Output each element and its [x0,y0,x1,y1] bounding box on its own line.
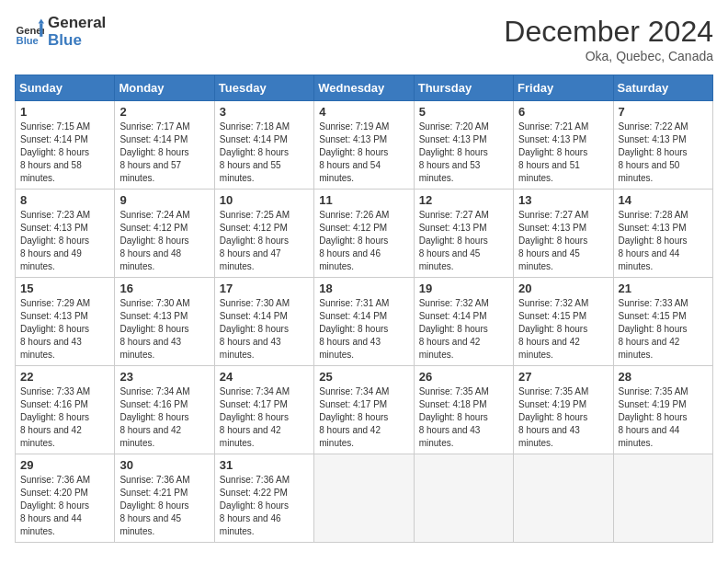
day-info: Sunrise: 7:30 AMSunset: 4:13 PMDaylight:… [119,297,209,362]
day-number: 17 [220,282,309,295]
day-info: Sunrise: 7:34 AMSunset: 4:16 PMDaylight:… [119,385,209,450]
day-info: Sunrise: 7:36 AMSunset: 4:20 PMDaylight:… [20,474,109,538]
day-number: 14 [619,193,708,207]
page-header: General Blue General Blue December 2024 … [15,15,713,63]
day-number: 1 [20,105,109,119]
day-info: Sunrise: 7:22 AMSunset: 4:13 PMDaylight:… [619,121,708,185]
day-info: Sunrise: 7:17 AMSunset: 4:14 PMDaylight:… [119,121,209,185]
day-info: Sunrise: 7:18 AMSunset: 4:14 PMDaylight:… [220,121,309,185]
calendar-week-row: 8Sunrise: 7:23 AMSunset: 4:13 PMDaylight… [16,190,713,278]
calendar-cell: 17Sunrise: 7:30 AMSunset: 4:14 PMDayligh… [214,278,313,366]
calendar-cell: 11Sunrise: 7:26 AMSunset: 4:12 PMDayligh… [314,190,414,278]
day-number: 23 [119,370,209,384]
calendar-week-row: 29Sunrise: 7:36 AMSunset: 4:20 PMDayligh… [16,454,713,543]
day-info: Sunrise: 7:35 AMSunset: 4:18 PMDaylight:… [419,385,508,450]
day-info: Sunrise: 7:36 AMSunset: 4:21 PMDaylight:… [119,474,209,538]
logo: General Blue General Blue [15,15,106,49]
calendar-cell: 20Sunrise: 7:32 AMSunset: 4:15 PMDayligh… [514,278,613,366]
day-info: Sunrise: 7:19 AMSunset: 4:13 PMDaylight:… [319,121,408,185]
calendar-cell [514,454,613,543]
calendar-week-row: 22Sunrise: 7:33 AMSunset: 4:16 PMDayligh… [16,366,713,454]
day-info: Sunrise: 7:30 AMSunset: 4:14 PMDaylight:… [220,297,309,362]
calendar-cell: 12Sunrise: 7:27 AMSunset: 4:13 PMDayligh… [414,190,513,278]
day-number: 3 [220,105,309,119]
calendar-cell: 2Sunrise: 7:17 AMSunset: 4:14 PMDaylight… [115,101,214,190]
month-title: December 2024 [504,15,713,49]
day-info: Sunrise: 7:21 AMSunset: 4:13 PMDaylight:… [518,121,608,185]
calendar-cell: 15Sunrise: 7:29 AMSunset: 4:13 PMDayligh… [16,278,115,366]
calendar-cell: 25Sunrise: 7:34 AMSunset: 4:17 PMDayligh… [314,366,414,454]
day-info: Sunrise: 7:33 AMSunset: 4:16 PMDaylight:… [20,385,109,450]
day-number: 25 [319,370,408,384]
title-section: December 2024 Oka, Quebec, Canada [504,15,713,63]
calendar-cell: 31Sunrise: 7:36 AMSunset: 4:22 PMDayligh… [214,454,313,543]
day-number: 10 [220,193,309,207]
calendar-cell: 13Sunrise: 7:27 AMSunset: 4:13 PMDayligh… [514,190,613,278]
logo-icon: General Blue [15,17,44,47]
calendar-cell: 21Sunrise: 7:33 AMSunset: 4:15 PMDayligh… [613,278,712,366]
calendar-cell: 4Sunrise: 7:19 AMSunset: 4:13 PMDaylight… [314,101,414,190]
day-info: Sunrise: 7:36 AMSunset: 4:22 PMDaylight:… [220,474,309,538]
calendar-day-header: Thursday [414,75,513,101]
day-info: Sunrise: 7:15 AMSunset: 4:14 PMDaylight:… [20,121,109,185]
calendar-table: SundayMondayTuesdayWednesdayThursdayFrid… [15,75,713,543]
day-info: Sunrise: 7:28 AMSunset: 4:13 PMDaylight:… [619,209,708,273]
day-number: 6 [518,105,608,119]
day-number: 19 [419,282,508,295]
day-number: 2 [119,105,209,119]
day-info: Sunrise: 7:31 AMSunset: 4:14 PMDaylight:… [319,297,408,362]
day-info: Sunrise: 7:26 AMSunset: 4:12 PMDaylight:… [319,209,408,273]
day-info: Sunrise: 7:29 AMSunset: 4:13 PMDaylight:… [20,297,109,362]
day-number: 26 [419,370,508,384]
calendar-day-header: Saturday [613,75,712,101]
day-number: 12 [419,193,508,207]
calendar-cell: 16Sunrise: 7:30 AMSunset: 4:13 PMDayligh… [115,278,214,366]
day-number: 21 [619,282,708,295]
day-info: Sunrise: 7:27 AMSunset: 4:13 PMDaylight:… [518,209,608,273]
day-number: 4 [319,105,408,119]
day-info: Sunrise: 7:32 AMSunset: 4:14 PMDaylight:… [419,297,508,362]
day-info: Sunrise: 7:34 AMSunset: 4:17 PMDaylight:… [319,385,408,450]
location: Oka, Quebec, Canada [504,49,713,63]
day-info: Sunrise: 7:23 AMSunset: 4:13 PMDaylight:… [20,209,109,273]
calendar-cell [414,454,513,543]
calendar-day-header: Friday [514,75,613,101]
calendar-cell: 7Sunrise: 7:22 AMSunset: 4:13 PMDaylight… [613,101,712,190]
day-number: 22 [20,370,109,384]
calendar-cell [613,454,712,543]
day-number: 31 [220,458,309,472]
day-number: 28 [619,370,708,384]
calendar-body: 1Sunrise: 7:15 AMSunset: 4:14 PMDaylight… [16,101,713,543]
calendar-day-header: Tuesday [214,75,313,101]
calendar-cell [314,454,414,543]
calendar-day-header: Wednesday [314,75,414,101]
day-number: 7 [619,105,708,119]
calendar-day-header: Sunday [16,75,115,101]
day-number: 24 [220,370,309,384]
svg-marker-2 [39,18,44,23]
calendar-cell: 8Sunrise: 7:23 AMSunset: 4:13 PMDaylight… [16,190,115,278]
calendar-header-row: SundayMondayTuesdayWednesdayThursdayFrid… [16,75,713,101]
day-number: 13 [518,193,608,207]
day-info: Sunrise: 7:35 AMSunset: 4:19 PMDaylight:… [619,385,708,450]
day-number: 27 [518,370,608,384]
day-number: 20 [518,282,608,295]
day-number: 15 [20,282,109,295]
day-info: Sunrise: 7:35 AMSunset: 4:19 PMDaylight:… [518,385,608,450]
calendar-cell: 10Sunrise: 7:25 AMSunset: 4:12 PMDayligh… [214,190,313,278]
svg-text:Blue: Blue [17,34,39,45]
calendar-week-row: 15Sunrise: 7:29 AMSunset: 4:13 PMDayligh… [16,278,713,366]
day-info: Sunrise: 7:25 AMSunset: 4:12 PMDaylight:… [220,209,309,273]
day-number: 16 [119,282,209,295]
calendar-cell: 14Sunrise: 7:28 AMSunset: 4:13 PMDayligh… [613,190,712,278]
calendar-cell: 27Sunrise: 7:35 AMSunset: 4:19 PMDayligh… [514,366,613,454]
day-number: 5 [419,105,508,119]
calendar-cell: 29Sunrise: 7:36 AMSunset: 4:20 PMDayligh… [16,454,115,543]
calendar-cell: 9Sunrise: 7:24 AMSunset: 4:12 PMDaylight… [115,190,214,278]
calendar-week-row: 1Sunrise: 7:15 AMSunset: 4:14 PMDaylight… [16,101,713,190]
day-number: 11 [319,193,408,207]
calendar-cell: 23Sunrise: 7:34 AMSunset: 4:16 PMDayligh… [115,366,214,454]
calendar-cell: 19Sunrise: 7:32 AMSunset: 4:14 PMDayligh… [414,278,513,366]
calendar-cell: 22Sunrise: 7:33 AMSunset: 4:16 PMDayligh… [16,366,115,454]
day-number: 8 [20,193,109,207]
